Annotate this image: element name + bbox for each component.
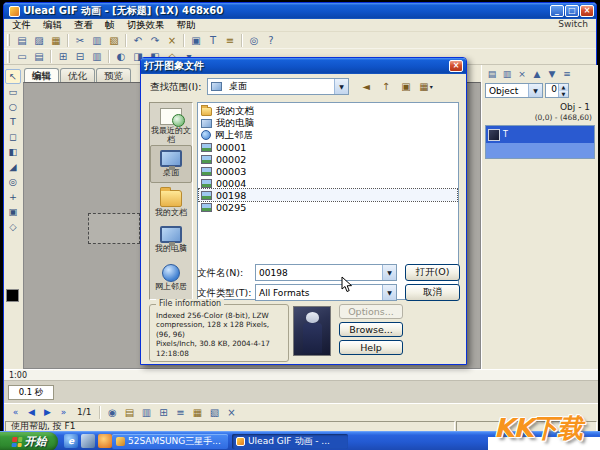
undo-icon[interactable]: ↶ <box>130 33 146 48</box>
add-frame-icon[interactable]: ⊞ <box>55 49 71 64</box>
file-row[interactable]: 网上邻居 <box>199 129 457 141</box>
menu-transition[interactable]: 切换效果 <box>122 19 170 32</box>
dialog-titlebar[interactable]: 打开图象文件 × <box>141 58 466 74</box>
object-new-icon[interactable]: ▤ <box>485 67 499 80</box>
menu-frame[interactable]: 帧 <box>100 19 120 32</box>
frame-delay-cell[interactable]: 0.1 秒 <box>8 385 54 400</box>
trash-icon[interactable]: × <box>223 405 239 420</box>
settings-icon[interactable]: ▧ <box>206 405 222 420</box>
show-desktop-icon[interactable] <box>81 434 95 448</box>
file-row[interactable]: 00004 <box>199 177 457 189</box>
paste-icon[interactable]: ▧ <box>106 33 122 48</box>
place-my-computer[interactable]: 我的电脑 <box>150 221 192 259</box>
play-icon[interactable]: ▶ <box>40 405 55 419</box>
object-index-stepper[interactable]: 0 ▲ ▼ <box>545 83 569 98</box>
browse-button[interactable]: Browse... <box>339 322 403 337</box>
loop-icon[interactable]: ◉ <box>104 405 120 420</box>
up-one-level-icon[interactable]: ↑ <box>377 78 395 95</box>
cancel-button[interactable]: 取消 <box>405 284 460 301</box>
zoom-tool[interactable]: ◎ <box>5 174 21 189</box>
file-row[interactable]: 我的文档 <box>199 105 457 117</box>
chevron-down-icon[interactable]: ▼ <box>528 84 542 97</box>
eraser-tool[interactable]: ◻ <box>5 129 21 144</box>
chevron-down-icon[interactable]: ▼ <box>382 285 396 300</box>
object-delete-icon[interactable]: × <box>515 67 529 80</box>
object-properties-icon[interactable]: ≡ <box>560 67 574 80</box>
menu-edit[interactable]: 编辑 <box>38 19 67 32</box>
menu-file[interactable]: 文件 <box>7 19 36 32</box>
lasso-tool[interactable]: ○ <box>5 99 21 114</box>
crop-tool[interactable]: ▣ <box>5 204 21 219</box>
zoom-icon[interactable]: ◎ <box>246 33 262 48</box>
object-up-icon[interactable]: ▲ <box>530 67 544 80</box>
cut-icon[interactable]: ✂ <box>72 33 88 48</box>
add-image-icon[interactable]: ▣ <box>188 33 204 48</box>
app-titlebar[interactable]: Ulead GIF 动画 - [无标题] (1X) 468x60 _ □ × <box>4 3 596 19</box>
new-icon[interactable]: ▤ <box>14 33 30 48</box>
last-frame-icon[interactable]: » <box>56 405 71 419</box>
save-icon[interactable]: ▦ <box>48 33 64 48</box>
object-duplicate-icon[interactable]: ▥ <box>500 67 514 80</box>
view-menu-icon[interactable]: ▦ ▾ <box>417 78 435 95</box>
frame-properties-icon[interactable]: ▤ <box>31 49 47 64</box>
select-frame-icon[interactable]: ▭ <box>14 49 30 64</box>
list-view-icon[interactable]: ≡ <box>172 405 188 420</box>
fill-tool[interactable]: ◧ <box>5 144 21 159</box>
back-folder-icon[interactable]: ◄ <box>357 78 375 95</box>
file-row[interactable]: 我的电脑 <box>199 117 457 129</box>
pan-tool[interactable]: + <box>5 189 21 204</box>
place-my-documents[interactable]: 我的文档 <box>150 183 192 221</box>
place-network[interactable]: 网上邻居 <box>150 259 192 297</box>
duplicate-frame-icon[interactable]: ▥ <box>89 49 105 64</box>
object-type-combo[interactable]: Object ▼ <box>485 83 543 98</box>
tween-icon[interactable]: ◐ <box>113 49 129 64</box>
shape-tool[interactable]: ◇ <box>5 219 21 234</box>
place-desktop[interactable]: 桌面 <box>150 145 192 183</box>
media-player-icon[interactable] <box>98 434 112 448</box>
file-type-combo[interactable]: All Formats ▼ <box>255 284 397 301</box>
file-row[interactable]: 00002 <box>199 153 457 165</box>
toolbar-grip[interactable] <box>7 34 10 46</box>
options-button[interactable]: Options... <box>339 304 403 319</box>
eyedropper-tool[interactable]: ◢ <box>5 159 21 174</box>
taskbar-task-ulead[interactable]: Ulead GIF 动画 - ... <box>232 434 348 449</box>
first-frame-icon[interactable]: « <box>8 405 23 419</box>
help-button[interactable]: Help <box>339 340 403 355</box>
minimize-button[interactable]: _ <box>550 5 564 17</box>
grid-icon[interactable]: ⊞ <box>155 405 171 420</box>
prev-frame-icon[interactable]: ◀ <box>24 405 39 419</box>
palette-icon[interactable]: ▦ <box>189 405 205 420</box>
file-row[interactable]: 00295 <box>199 201 457 213</box>
chevron-down-icon[interactable]: ▼ <box>382 265 396 280</box>
chevron-down-icon[interactable]: ▼ <box>334 79 348 94</box>
object-list-item[interactable] <box>486 143 594 158</box>
frame-panel-icon[interactable]: ▥ <box>138 405 154 420</box>
spin-down-icon[interactable]: ▼ <box>559 91 568 98</box>
open-button[interactable]: 打开(O) <box>405 264 460 281</box>
place-recent-documents[interactable]: 我最近的文档 <box>150 107 192 145</box>
object-list-item-selected[interactable]: T <box>486 126 594 143</box>
add-text-icon[interactable]: T <box>205 33 221 48</box>
maximize-button[interactable]: □ <box>565 5 579 17</box>
open-icon[interactable]: ▨ <box>31 33 47 48</box>
new-folder-icon[interactable]: ▣ <box>397 78 415 95</box>
language-switch-link[interactable]: Switch <box>558 19 588 29</box>
menu-view[interactable]: 查看 <box>69 19 98 32</box>
timeline-ruler[interactable]: 1:00 <box>4 370 598 381</box>
taskbar-task-samsung[interactable]: 52SAMSUNG三星手... <box>112 434 228 449</box>
add-banner-icon[interactable]: ≡ <box>222 33 238 48</box>
toolbar-grip[interactable] <box>7 51 10 63</box>
redo-icon[interactable]: ↷ <box>147 33 163 48</box>
start-button[interactable]: 开始 <box>0 432 58 450</box>
object-down-icon[interactable]: ▼ <box>545 67 559 80</box>
menu-help[interactable]: 帮助 <box>172 19 201 32</box>
select-tool[interactable]: ↖ <box>5 69 21 84</box>
marquee-tool[interactable]: ▭ <box>5 84 21 99</box>
dialog-close-button[interactable]: × <box>449 60 463 72</box>
canvas-frame[interactable] <box>88 213 140 244</box>
file-row[interactable]: 00003 <box>199 165 457 177</box>
color-swatch[interactable] <box>6 289 19 302</box>
export-icon[interactable]: ▤ <box>121 405 137 420</box>
text-tool[interactable]: T <box>5 114 21 129</box>
close-button[interactable]: × <box>580 5 594 17</box>
